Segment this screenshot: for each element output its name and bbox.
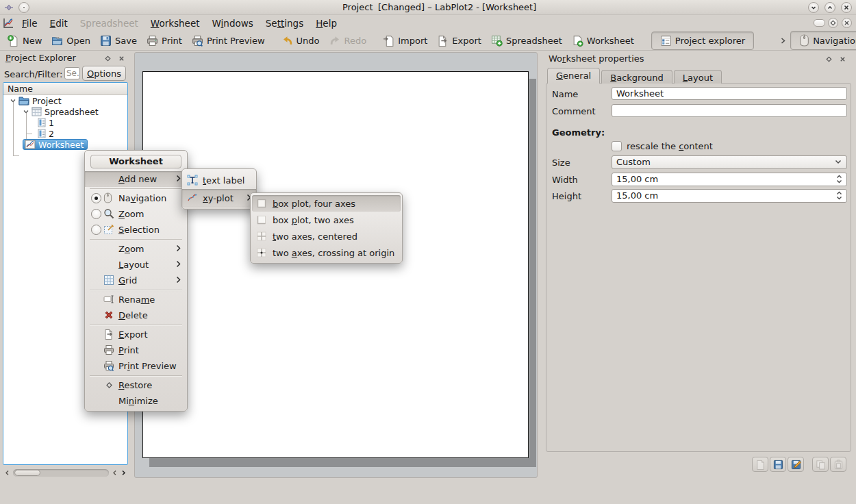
expander-chevron-icon[interactable] (22, 110, 30, 114)
spin-arrows-icon[interactable] (836, 175, 842, 184)
save-floppy-icon (773, 459, 783, 470)
menu-item-box-plot-two-axes[interactable]: box plot, two axes (251, 212, 402, 228)
menu-item-text-label[interactable]: text label (182, 171, 256, 189)
radio-unchecked-icon[interactable] (91, 225, 101, 235)
tree-item-worksheet[interactable]: Worksheet (3, 139, 127, 150)
export-icon (437, 35, 449, 47)
worksheet-view[interactable] (134, 52, 538, 478)
menu-windows[interactable]: Windows (206, 16, 260, 31)
worksheet-icon (572, 35, 583, 47)
open-button[interactable]: Open (47, 33, 95, 49)
paste-icon-button (830, 457, 846, 472)
spin-arrows-icon[interactable] (836, 191, 842, 200)
plot-two-axes-icon (256, 214, 267, 225)
menu-item-add-new[interactable]: Add new (85, 171, 187, 187)
tree-item-column-2[interactable]: 2 (3, 128, 127, 139)
template-save-button[interactable] (770, 457, 786, 472)
name-label: Name (552, 89, 578, 99)
tab-layout[interactable]: Layout (674, 70, 722, 84)
menu-item-minimize[interactable]: Minimize (85, 393, 187, 409)
maximize-button[interactable] (824, 2, 835, 13)
menu-item-two-axes-centered[interactable]: two axes, centered (251, 228, 402, 244)
tab-background[interactable]: Background (601, 70, 672, 84)
save-button[interactable]: Save (95, 33, 142, 49)
tree-item-project[interactable]: Project (3, 95, 127, 106)
search-filter-input[interactable]: Se. (64, 67, 80, 79)
rescale-content-checkbox[interactable] (612, 141, 622, 151)
tree-item-spreadsheet[interactable]: Spreadsheet (3, 106, 127, 117)
window-menu-icon[interactable] (4, 3, 14, 12)
menu-item-xy-plot[interactable]: xy-plot (182, 189, 256, 207)
radio-unchecked-icon[interactable] (91, 209, 101, 219)
menu-file[interactable]: File (16, 16, 44, 31)
template-save-as-button[interactable] (788, 457, 804, 472)
menu-item-print-preview[interactable]: Print Preview (85, 358, 187, 374)
menu-item-print[interactable]: Print (85, 342, 187, 358)
scroll-right-icon[interactable] (119, 468, 128, 477)
dock-float-icon[interactable] (103, 54, 112, 62)
minimize-button[interactable] (808, 2, 819, 13)
navigation-toggle[interactable]: Navigation (790, 31, 856, 50)
menu-item-two-axes-crossing-origin[interactable]: two axes, crossing at origin (251, 244, 402, 261)
scrollbar-track[interactable] (13, 469, 109, 477)
close-button[interactable] (841, 2, 852, 13)
menu-item-box-plot-four-axes[interactable]: box plot, four axes (252, 195, 401, 212)
keep-above-button[interactable] (18, 2, 29, 13)
print-button[interactable]: Print (142, 33, 187, 49)
mdi-shade-button[interactable] (814, 19, 825, 27)
page-shadow (529, 79, 536, 466)
menu-item-selection-mode[interactable]: Selection (85, 222, 187, 238)
grid-icon (103, 275, 114, 286)
dock-close-icon[interactable] (117, 54, 125, 62)
mdi-close-button[interactable] (842, 18, 852, 28)
menu-item-grid-submenu[interactable]: Grid (85, 273, 187, 288)
scroll-left-icon[interactable] (3, 468, 12, 477)
menu-worksheet[interactable]: Worksheet (144, 16, 206, 31)
rescale-content-label: rescale the content (627, 141, 713, 151)
dock-close-icon[interactable] (838, 55, 846, 63)
tab-general[interactable]: General (547, 68, 600, 84)
mdi-restore-button[interactable] (828, 18, 838, 28)
menubar: File Edit Spreadsheet Worksheet Windows … (0, 15, 856, 31)
menu-edit[interactable]: Edit (44, 16, 74, 31)
radio-checked-icon[interactable] (91, 193, 101, 203)
menu-item-export[interactable]: Export (85, 327, 187, 342)
height-spinbox[interactable]: 15,00 cm (612, 189, 847, 203)
toolbar-extension-arrow[interactable] (780, 37, 786, 45)
menu-settings[interactable]: Settings (260, 16, 310, 31)
menu-help[interactable]: Help (310, 16, 343, 31)
options-button[interactable]: Options (82, 66, 126, 81)
menu-item-delete[interactable]: Delete (85, 307, 187, 323)
scrollbar-thumb[interactable] (14, 470, 40, 476)
width-spinbox[interactable]: 15,00 cm (612, 173, 847, 186)
new-spreadsheet-button[interactable]: Spreadsheet (486, 33, 567, 49)
worksheet-page[interactable] (142, 71, 529, 458)
chevron-down-icon (835, 160, 842, 164)
tree-column-header[interactable]: Name (3, 83, 127, 95)
size-combobox[interactable]: Custom (612, 155, 847, 169)
menu-separator (90, 188, 182, 189)
export-button[interactable]: Export (432, 33, 486, 49)
project-explorer-toggle[interactable]: Project explorer (651, 32, 754, 50)
comment-field[interactable] (612, 104, 847, 117)
menu-item-layout-submenu[interactable]: Layout (85, 257, 187, 273)
menu-item-zoom-submenu[interactable]: Zoom (85, 241, 187, 257)
add-new-submenu: text label xy-plot (181, 168, 257, 210)
undo-button[interactable]: Undo (277, 33, 325, 49)
menu-item-rename[interactable]: Rename (85, 292, 187, 307)
print-preview-button[interactable]: Print Preview (187, 33, 270, 49)
menu-item-navigation-mode[interactable]: Navigation (85, 190, 187, 206)
dock-float-icon[interactable] (824, 55, 833, 63)
menu-item-restore[interactable]: Restore (85, 377, 187, 393)
new-button[interactable]: New (3, 33, 47, 49)
project-explorer-icon (660, 35, 672, 47)
new-worksheet-button[interactable]: Worksheet (567, 33, 639, 49)
scroll-left-icon[interactable] (110, 468, 119, 477)
worksheet-chart-icon (25, 140, 36, 149)
horizontal-scrollbar[interactable] (3, 468, 128, 478)
menu-item-zoom-mode[interactable]: Zoom (85, 206, 187, 222)
name-field[interactable]: Worksheet (612, 87, 847, 100)
expander-chevron-icon[interactable] (9, 99, 17, 103)
tree-item-column-1[interactable]: 1 (3, 117, 127, 128)
import-button[interactable]: Import (378, 33, 432, 49)
